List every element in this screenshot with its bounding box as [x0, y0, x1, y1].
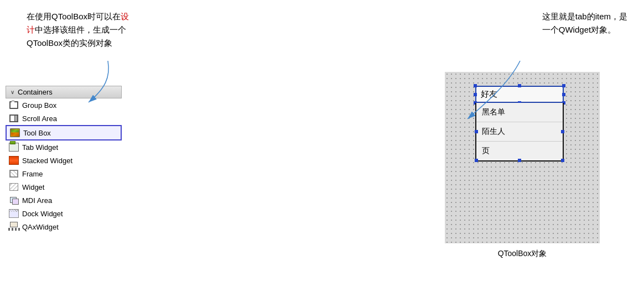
handle-content-bl: [475, 159, 478, 162]
list-item-widget-label: Widget: [22, 183, 44, 191]
list-item-stacked-widget[interactable]: Stacked Widget: [6, 154, 122, 167]
handle-content-bm: [518, 159, 521, 162]
dotted-background: 好友 黑名单 陌生人: [445, 72, 600, 243]
list-item-tool-box[interactable]: Tool Box: [6, 125, 122, 140]
list-item-group-box-label: Group Box: [22, 101, 56, 110]
list-item-tool-box-label: Tool Box: [23, 129, 51, 137]
list-item-group-box[interactable]: Group Box: [6, 98, 122, 112]
toolbox-item-2[interactable]: 页: [476, 142, 563, 160]
list-item-frame-label: Frame: [22, 170, 43, 178]
dock-widget-icon: [9, 209, 19, 218]
tool-box-icon: [10, 128, 20, 138]
mdi-area-icon: [9, 195, 19, 205]
toolbox-widget: 好友 黑名单 陌生人: [475, 86, 564, 162]
list-item-widget[interactable]: Widget: [6, 180, 122, 194]
qaxwidget-icon: [9, 222, 19, 232]
list-item-mdi-area-label: MDI Area: [22, 196, 52, 205]
handle-content-ml: [475, 130, 478, 133]
handle-tl: [474, 84, 477, 87]
toolbox-item-1-label: 陌生人: [482, 127, 505, 136]
scroll-area-icon: [9, 113, 19, 123]
widget-icon: [9, 182, 19, 192]
toolbox-tab[interactable]: 好友: [475, 86, 564, 103]
annotation-right-line2: 一个QWidget对象。: [542, 25, 616, 34]
list-item-scroll-area[interactable]: Scroll Area: [6, 112, 122, 125]
tab-widget-icon: [9, 142, 19, 152]
list-item-tab-widget[interactable]: Tab Widget: [6, 140, 122, 154]
handle-content-br: [561, 159, 564, 162]
containers-panel: ∨ Containers Group Box Scroll Area Tool …: [6, 86, 122, 233]
handle-ml: [474, 93, 477, 96]
annotation-highlight: 设: [121, 12, 129, 21]
collapse-icon: ∨: [11, 89, 14, 95]
frame-icon: [9, 169, 19, 179]
toolbox-caption: QToolBox对象: [445, 249, 600, 259]
list-item-frame[interactable]: Frame: [6, 167, 122, 180]
list-item-tab-widget-label: Tab Widget: [22, 143, 58, 152]
toolbox-content: 黑名单 陌生人 页: [475, 103, 564, 162]
list-item-qaxwidget-label: QAxWidget: [22, 223, 59, 231]
handle-tm: [518, 84, 521, 87]
toolbox-item-0-label: 黑名单: [482, 107, 505, 116]
toolbox-item-1[interactable]: 陌生人: [476, 122, 563, 142]
annotation-left-text: 在使用QToolBox时可以在设: [27, 12, 129, 21]
toolbox-item-2-label: 页: [482, 146, 490, 155]
list-item-qaxwidget[interactable]: QAxWidget: [6, 220, 122, 233]
handle-tr: [562, 84, 565, 87]
annotation-left: 在使用QToolBox时可以在设 计中选择该组件，生成一个 QToolBox类的…: [27, 10, 129, 50]
containers-header-label: Containers: [18, 88, 53, 96]
list-item-dock-widget[interactable]: Dock Widget: [6, 207, 122, 220]
annotation-right-line1: 这里就是tab的item，是: [542, 12, 627, 21]
annotation-left-line2: 计中选择该组件，生成一个: [27, 25, 126, 34]
handle-content-mr: [561, 130, 564, 133]
list-item-scroll-area-label: Scroll Area: [22, 114, 57, 123]
toolbox-tab-container: 好友: [475, 86, 564, 103]
annotation-right: 这里就是tab的item，是 一个QWidget对象。: [542, 10, 627, 37]
toolbox-tab-label: 好友: [481, 89, 497, 98]
list-item-dock-widget-label: Dock Widget: [22, 210, 63, 218]
containers-header[interactable]: ∨ Containers: [6, 86, 122, 98]
group-box-icon: [9, 100, 19, 110]
toolbox-item-0[interactable]: 黑名单: [476, 103, 563, 122]
list-item-mdi-area[interactable]: MDI Area: [6, 194, 122, 207]
toolbox-demo-panel: 好友 黑名单 陌生人: [445, 72, 600, 259]
list-item-stacked-widget-label: Stacked Widget: [22, 157, 72, 165]
handle-mr: [562, 93, 565, 96]
stacked-widget-icon: [9, 155, 19, 165]
annotation-left-line3: QToolBox类的实例对象: [27, 38, 112, 48]
